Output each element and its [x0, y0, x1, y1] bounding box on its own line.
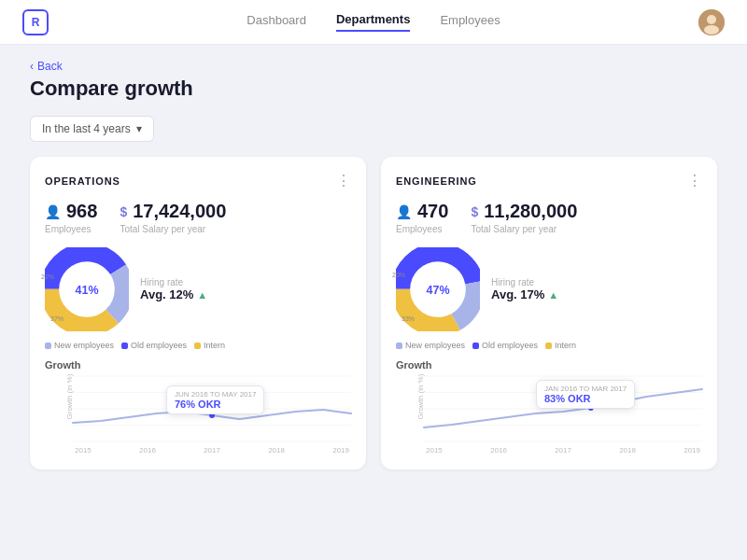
- dept-name-operations: OPERATIONS: [45, 175, 120, 187]
- operations-card: OPERATIONS ⋮ 👤 968 Employees $ 17,424,00…: [30, 157, 366, 469]
- stat-salary-operations: $ 17,424,000 Total Salary per year: [120, 201, 226, 234]
- avatar: [698, 9, 725, 35]
- growth-inner-operations: Growth (in %): [73, 376, 351, 455]
- page-title: Compare growth: [30, 77, 717, 101]
- donut-chart-engineering: 47% 20% 33%: [396, 247, 480, 331]
- stats-row-engineering: 👤 470 Employees $ 11,280,000 Total Salar…: [396, 201, 702, 234]
- engineering-card: ENGINEERING ⋮ 👤 470 Employees $ 11,280,0…: [381, 157, 717, 469]
- dept-name-engineering: ENGINEERING: [396, 175, 477, 187]
- navbar: R Dashboard Departments Employees: [0, 0, 747, 45]
- nav-dashboard[interactable]: Dashboard: [247, 13, 306, 31]
- svg-point-1: [707, 15, 716, 24]
- card-header-engineering: ENGINEERING ⋮: [396, 172, 702, 189]
- up-arrow-icon-eng: ▲: [548, 289, 558, 301]
- nav-departments[interactable]: Departments: [336, 12, 410, 32]
- up-arrow-icon: ▲: [197, 289, 207, 301]
- svg-point-2: [704, 25, 719, 35]
- back-link[interactable]: ‹ Back: [30, 60, 717, 73]
- svg-text:41%: 41%: [75, 284, 98, 297]
- dollar-icon: $: [120, 204, 127, 219]
- legend-new: New employees: [45, 341, 114, 350]
- legend-operations: New employees Old employees Intern: [45, 341, 351, 350]
- x-axis-engineering: 2015 2016 2017 2018 2019: [424, 446, 702, 455]
- stat-employees-operations: 👤 968 Employees: [45, 201, 97, 234]
- person-icon: 👤: [45, 204, 61, 219]
- legend-intern: Intern: [194, 341, 225, 350]
- legend-old: Old employees: [121, 341, 187, 350]
- legend-intern-eng: Intern: [545, 341, 576, 350]
- stat-salary-engineering: $ 11,280,000 Total Salary per year: [471, 201, 577, 234]
- card-header-operations: OPERATIONS ⋮: [45, 172, 351, 189]
- donut-chart-operations: 41% 22% 37%: [45, 247, 129, 331]
- dollar-icon-eng: $: [471, 204, 478, 219]
- nav-employees[interactable]: Employees: [440, 13, 500, 31]
- x-axis-operations: 2015 2016 2017 2018 2019: [73, 446, 351, 455]
- donut-row-engineering: 47% 20% 33% Hiring rate Avg. 17% ▲: [396, 247, 702, 331]
- hiring-info-engineering: Hiring rate Avg. 17% ▲: [491, 277, 558, 301]
- menu-icon-operations[interactable]: ⋮: [336, 172, 351, 189]
- growth-area-engineering: Growth Growth (in %): [396, 359, 702, 455]
- logo: R: [22, 9, 49, 35]
- legend-engineering: New employees Old employees Intern: [396, 341, 702, 350]
- menu-icon-engineering[interactable]: ⋮: [687, 172, 702, 189]
- nav-links: Dashboard Departments Employees: [247, 12, 500, 32]
- legend-new-eng: New employees: [396, 341, 465, 350]
- filter-button[interactable]: In the last 4 years ▾: [30, 116, 154, 142]
- donut-row-operations: 41% 22% 37% Hiring rate Avg. 12% ▲: [45, 247, 351, 331]
- chevron-down-icon: ▾: [136, 122, 142, 135]
- svg-point-22: [588, 405, 594, 411]
- back-arrow: ‹: [30, 60, 34, 73]
- cards-row: OPERATIONS ⋮ 👤 968 Employees $ 17,424,00…: [30, 157, 717, 469]
- stats-row-operations: 👤 968 Employees $ 17,424,000 Total Salar…: [45, 201, 351, 234]
- stat-employees-engineering: 👤 470 Employees: [396, 201, 448, 234]
- legend-old-eng: Old employees: [472, 341, 538, 350]
- hiring-info-operations: Hiring rate Avg. 12% ▲: [140, 277, 207, 301]
- growth-area-operations: Growth Growth (in %): [45, 359, 351, 455]
- svg-point-12: [209, 413, 215, 418]
- growth-inner-engineering: Growth (in %): [424, 376, 702, 455]
- svg-text:47%: 47%: [426, 284, 449, 297]
- page-content: ‹ Back Compare growth In the last 4 year…: [0, 45, 747, 484]
- person-icon-eng: 👤: [396, 204, 412, 219]
